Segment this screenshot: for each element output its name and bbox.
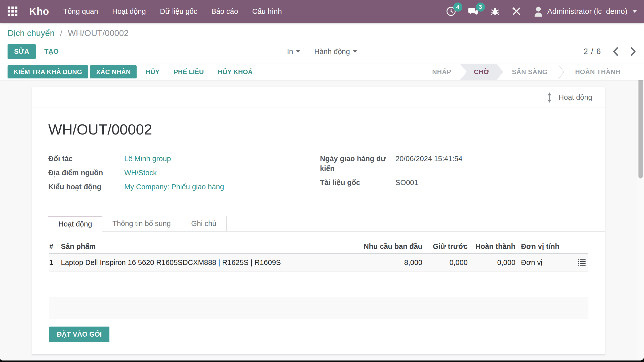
field-group-right: Ngày giao hàng dự kiến 20/06/2024 15:41:… [320,154,589,196]
edit-button[interactable]: SỬA [8,44,36,59]
tools-icon [511,6,522,17]
user-menu[interactable]: Administrator (lc_demo) [533,6,637,17]
table-filler-row [49,297,588,319]
header-index: # [49,242,61,251]
pager-next-button[interactable] [630,47,636,56]
form-sheet: Hoạt động WH/OUT/00002 Đối tác Lê Minh g… [32,87,605,355]
table-row[interactable]: 1 Laptop Dell Inspiron 16 5620 R1605SDCX… [49,254,588,272]
avatar [533,6,544,17]
source-location-value[interactable]: WH/Stock [124,168,157,178]
moves-stat-button[interactable]: Hoạt động [533,87,605,108]
main-menu: Tổng quan Hoạt động Dữ liệu gốc Báo cáo … [63,7,282,16]
button-box: Hoạt động [32,87,605,108]
check-availability-button[interactable]: KIỂM TRA KHẢ DỤNG [8,65,88,78]
tab-operations[interactable]: Hoạt động [48,216,102,232]
activities-button[interactable]: 4 [446,6,456,17]
operation-type-value[interactable]: My Company: Phiếu giao hàng [124,182,224,192]
chevron-down-icon [632,10,637,13]
row-demand[interactable]: 8,000 [359,258,422,267]
row-product[interactable]: Laptop Dell Inspiron 16 5620 R1605SDCXM8… [61,258,359,267]
arrows-up-down-icon [546,92,553,103]
form-view: Hoạt động WH/OUT/00002 Đối tác Lê Minh g… [0,80,644,359]
header-done[interactable]: Hoàn thành [468,242,515,251]
app-brand[interactable]: Kho [29,6,49,17]
chevron-left-icon [612,47,619,56]
control-panel: Dịch chuyển / WH/OUT/00002 SỬA TẠO In Hà… [0,23,644,64]
menu-overview[interactable]: Tổng quan [63,7,98,16]
operations-table: # Sản phẩm Nhu cầu ban đầu Giữ trước Hoà… [49,240,588,319]
notebook-tabs: Hoạt động Thông tin bổ sung Ghi chú [48,216,605,232]
stage-ready[interactable]: SẴN SÀNG [502,64,557,80]
menu-operations[interactable]: Hoạt động [112,7,146,16]
scrollbar-thumb[interactable] [638,73,643,178]
form-statusbar: KIỂM TRA KHẢ DỤNG XÁC NHẬN HỦY PHẾ LIỆU … [0,64,644,80]
support-tools-button[interactable] [511,6,522,17]
field-groups: Đối tác Lê Minh group Địa điểm nguồn WH/… [48,154,589,196]
menu-reporting[interactable]: Báo cáo [211,7,238,16]
row-uom[interactable]: Đơn vị [515,258,563,267]
list-details-icon [578,259,586,266]
stage-separator-icon [557,64,565,80]
pager-previous-button[interactable] [612,47,619,56]
tab-notes[interactable]: Ghi chú [181,216,227,231]
operation-type-label: Kiểu hoạt động [48,182,124,192]
chevron-down-icon [296,50,300,53]
record-title: WH/OUT/00002 [48,121,605,138]
chevron-right-icon [630,47,636,56]
scheduled-date-label: Ngày giao hàng dự kiến [320,154,395,173]
user-name: Administrator (lc_demo) [547,7,627,16]
top-navbar: Kho Tổng quan Hoạt động Dữ liệu gốc Báo … [0,0,644,23]
tab-additional-info[interactable]: Thông tin bổ sung [102,216,181,231]
pager: 2 / 6 [584,47,636,56]
chevron-down-icon [353,50,357,53]
partner-value[interactable]: Lê Minh group [124,154,171,164]
scrap-button[interactable]: PHẾ LIỆU [167,68,211,76]
row-done[interactable]: 0,000 [468,258,515,267]
messages-badge: 3 [476,3,485,12]
control-panel-buttons: SỬA TẠO In Hành động 2 / 6 [8,44,636,59]
stage-waiting-active[interactable]: CHỜ [460,64,503,80]
header-demand[interactable]: Nhu cầu ban đầu [359,242,422,251]
table-filler-row [49,272,588,297]
cancel-button[interactable]: HỦY [139,68,167,76]
menu-configuration[interactable]: Cấu hình [252,7,282,16]
source-document-value: SO001 [395,178,418,188]
menu-master-data[interactable]: Dữ liệu gốc [160,7,197,16]
print-label: In [287,48,293,56]
breadcrumb-separator: / [60,28,62,38]
header-reserved[interactable]: Giữ trước [422,242,468,251]
source-location-label: Địa điểm nguồn [48,168,124,178]
pager-value: 2 / 6 [584,47,601,56]
systray: 4 3 [446,6,637,17]
field-group-left: Đối tác Lê Minh group Địa điểm nguồn WH/… [48,154,320,196]
partner-label: Đối tác [48,154,124,164]
scrollbar-track[interactable] [637,67,644,360]
messages-button[interactable]: 3 [467,6,479,17]
create-button[interactable]: TẠO [44,48,59,56]
action-label: Hành động [314,48,350,56]
stage-pipeline: NHÁP CHỜ SẴN SÀNG HOÀN THÀNH [422,64,630,80]
row-detailed-operations-button[interactable] [563,259,588,266]
activities-badge: 4 [453,3,462,12]
breadcrumb: Dịch chuyển / WH/OUT/00002 [8,28,636,38]
action-dropdown[interactable]: Hành động [314,48,357,56]
debug-button[interactable] [490,6,500,17]
stage-done[interactable]: HOÀN THÀNH [565,64,630,80]
apps-grid-icon[interactable] [6,4,20,18]
header-product[interactable]: Sản phẩm [61,242,359,251]
put-in-pack-button[interactable]: ĐẶT VÀO GÓI [49,327,109,342]
moves-stat-label: Hoạt động [559,93,592,102]
row-reserved[interactable]: 0,000 [422,258,468,267]
breadcrumb-parent[interactable]: Dịch chuyển [8,28,55,38]
app-window: Kho Tổng quan Hoạt động Dữ liệu gốc Báo … [0,0,644,360]
breadcrumb-current: WH/OUT/00002 [68,28,129,38]
print-dropdown[interactable]: In [287,48,300,56]
bug-icon [490,6,500,17]
header-uom[interactable]: Đơn vị tính [515,242,563,251]
confirm-button[interactable]: XÁC NHẬN [90,65,137,78]
row-index: 1 [49,258,61,267]
stage-draft[interactable]: NHÁP [422,64,461,80]
unlock-button[interactable]: HỦY KHOÁ [211,68,260,76]
action-menus: In Hành động [287,48,357,56]
apps-grid-glyph [7,6,18,17]
